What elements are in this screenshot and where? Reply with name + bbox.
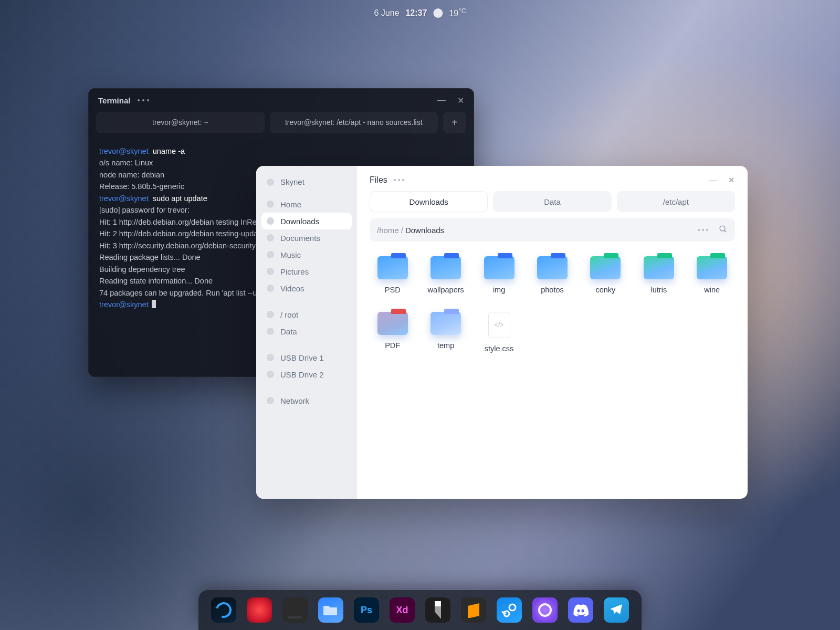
sidebar-item-network[interactable]: Network — [261, 392, 352, 409]
breadcrumb[interactable]: home — [379, 226, 399, 235]
folder-item[interactable]: conky — [583, 256, 628, 294]
folder-icon — [484, 256, 514, 279]
terminal-tabs: trevor@skynet: ~ trevor@skynet: /etc/apt… — [89, 112, 474, 138]
dock-app-steam[interactable] — [497, 597, 522, 623]
dock-app-xd[interactable]: Xd — [390, 597, 415, 623]
svg-point-2 — [509, 604, 516, 611]
drive-icon — [267, 311, 274, 318]
folder-icon — [323, 604, 338, 616]
breadcrumb[interactable]: Downloads — [405, 226, 444, 235]
folder-icon — [697, 256, 727, 279]
sidebar-item-home[interactable]: Home — [261, 196, 352, 213]
folder-item[interactable]: wallpapers — [423, 256, 468, 294]
folder-icon — [590, 256, 621, 279]
close-icon[interactable]: ✕ — [728, 175, 735, 185]
file-item[interactable]: </>style.css — [476, 312, 522, 353]
dock-app-figma[interactable] — [425, 597, 450, 623]
folder-icon — [267, 268, 274, 275]
dock-app-lutris[interactable] — [532, 597, 558, 623]
temperature-label: 19°C — [449, 7, 466, 18]
usb-icon — [267, 371, 274, 378]
folder-icon — [430, 312, 461, 335]
terminal-tab[interactable]: trevor@skynet: ~ — [96, 112, 265, 133]
telegram-icon — [610, 603, 623, 617]
sidebar-item-data[interactable]: Data — [261, 323, 352, 340]
folder-icon — [267, 251, 274, 258]
dock-app-photoshop[interactable]: Ps — [354, 597, 379, 623]
more-icon[interactable] — [138, 99, 149, 101]
sidebar-item-root[interactable]: / root — [261, 306, 352, 323]
weather-icon — [433, 8, 443, 18]
folder-icon — [537, 256, 568, 279]
files-tabs: Downloads Data /etc/apt — [370, 191, 735, 212]
sidebar-item-documents[interactable]: Documents — [261, 229, 352, 246]
top-status-bar: 6 June 12:37 19°C — [374, 7, 466, 18]
folder-icon — [377, 256, 408, 279]
files-sidebar: Skynet Home Downloads Documents Music Pi… — [256, 166, 357, 499]
dock-app-blender[interactable] — [211, 597, 236, 623]
tab-etc-apt[interactable]: /etc/apt — [617, 191, 735, 212]
folder-icon — [377, 312, 408, 335]
folder-item[interactable]: img — [476, 256, 522, 294]
host-icon — [267, 178, 274, 186]
dock-app-sublime[interactable] — [461, 597, 486, 623]
sidebar-item-downloads[interactable]: Downloads — [261, 213, 352, 229]
usb-icon — [267, 354, 274, 361]
folder-icon — [267, 234, 274, 242]
circle-icon — [538, 603, 552, 617]
sidebar-item-usb1[interactable]: USB Drive 1 — [261, 349, 352, 366]
tab-data[interactable]: Data — [493, 191, 611, 212]
folder-item[interactable]: PDF — [370, 312, 415, 353]
file-icon: </> — [488, 312, 510, 338]
host-label: Skynet — [261, 175, 352, 196]
folder-icon — [644, 256, 674, 279]
files-main: Files ― ✕ Downloads Data /etc/apt / home… — [357, 166, 748, 499]
files-titlebar[interactable]: Files ― ✕ — [370, 175, 735, 185]
time-label: 12:37 — [405, 8, 427, 18]
files-window[interactable]: Skynet Home Downloads Documents Music Pi… — [256, 166, 748, 499]
new-tab-button[interactable]: + — [443, 112, 466, 133]
discord-icon — [573, 604, 589, 616]
folder-item[interactable]: temp — [423, 312, 468, 353]
folder-item[interactable]: PSD — [370, 256, 415, 294]
files-title: Files — [370, 175, 387, 185]
path-bar[interactable]: / home / Downloads — [370, 218, 735, 242]
tab-downloads[interactable]: Downloads — [370, 191, 488, 212]
close-icon[interactable]: ✕ — [457, 96, 464, 106]
steam-icon — [501, 602, 518, 618]
sidebar-item-videos[interactable]: Videos — [261, 280, 352, 297]
folder-icon — [430, 256, 461, 279]
terminal-tab[interactable]: trevor@skynet: /etc/apt - nano sources.l… — [270, 112, 438, 133]
dock-app-telegram[interactable] — [604, 597, 629, 623]
date-label: 6 June — [374, 8, 399, 18]
drive-icon — [267, 328, 274, 335]
file-grid: PSD wallpapers img photos conky lutris w… — [370, 256, 735, 353]
terminal-title: Terminal — [98, 96, 130, 105]
folder-item[interactable]: lutris — [636, 256, 681, 294]
minimize-icon[interactable]: ― — [437, 96, 446, 106]
sublime-icon — [466, 602, 481, 618]
svg-point-0 — [720, 226, 725, 231]
sidebar-item-usb2[interactable]: USB Drive 2 — [261, 366, 352, 383]
more-icon[interactable] — [394, 179, 404, 181]
sidebar-item-pictures[interactable]: Pictures — [261, 263, 352, 280]
minimize-icon[interactable]: ― — [709, 175, 717, 185]
terminal-titlebar[interactable]: Terminal ― ✕ — [89, 89, 474, 112]
folder-item[interactable]: wine — [689, 256, 735, 294]
figma-icon — [432, 601, 444, 619]
dock-app-opera[interactable] — [247, 597, 272, 623]
folder-icon — [267, 217, 274, 225]
svg-line-1 — [724, 230, 727, 233]
dock-app-terminal[interactable] — [282, 597, 308, 623]
dock: Ps Xd — [198, 590, 642, 630]
cursor-icon — [152, 300, 156, 308]
folder-item[interactable]: photos — [529, 256, 575, 294]
more-icon[interactable] — [698, 229, 708, 231]
sidebar-item-music[interactable]: Music — [261, 246, 352, 263]
folder-icon — [267, 285, 274, 292]
search-icon[interactable] — [719, 225, 728, 235]
blender-icon — [213, 600, 235, 621]
dock-app-discord[interactable] — [568, 597, 593, 623]
network-icon — [267, 397, 274, 404]
dock-app-files[interactable] — [318, 597, 343, 623]
